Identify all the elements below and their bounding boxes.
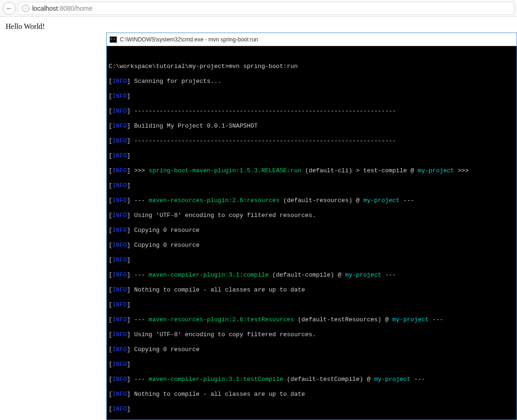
back-button[interactable]: ← (3, 2, 16, 15)
url-port: :8080 (58, 5, 74, 12)
address-bar[interactable]: i localhost:8080/home (18, 2, 514, 15)
url-path: /home (74, 5, 92, 12)
url-text: localhost:8080/home (32, 5, 92, 12)
cmd-icon (110, 36, 117, 43)
terminal-title: C:\WINDOWS\system32\cmd.exe - mvn spring… (120, 36, 258, 43)
back-arrow-icon: ← (6, 4, 13, 13)
info-icon[interactable]: i (22, 5, 29, 12)
terminal-titlebar[interactable]: C:\WINDOWS\system32\cmd.exe - mvn spring… (107, 33, 517, 46)
terminal-body[interactable]: C:\workspace\tutorial\my-project>mvn spr… (107, 46, 517, 420)
url-host: localhost (32, 5, 58, 12)
hello-text: Hello World! (6, 22, 45, 30)
browser-toolbar: ← i localhost:8080/home (0, 0, 517, 17)
terminal-window[interactable]: C:\WINDOWS\system32\cmd.exe - mvn spring… (106, 33, 517, 420)
